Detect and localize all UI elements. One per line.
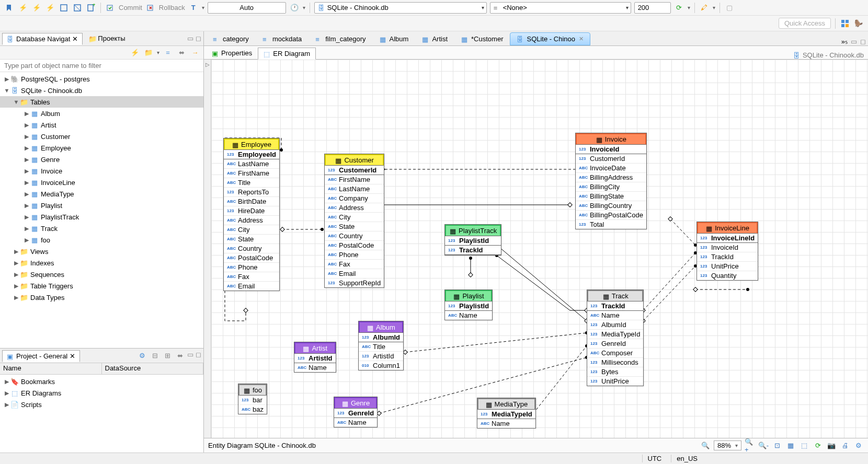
editor-tab[interactable]: ▦Artist — [415, 32, 454, 45]
search-icon[interactable]: 🔍 — [700, 440, 711, 451]
entity-header[interactable]: ▦Employee — [224, 138, 279, 150]
entity-column[interactable]: 123TrackId — [587, 301, 643, 311]
minimize-icon[interactable]: ▭ — [187, 351, 193, 361]
entity-column[interactable]: ABCEmail — [224, 282, 279, 291]
entity-column[interactable]: 123ReportsTo — [224, 188, 279, 197]
entity-track[interactable]: ▦Track 123TrackIdABCName123AlbumId123Med… — [587, 289, 644, 386]
print-icon[interactable]: 🖨 — [840, 440, 850, 451]
expand-icon[interactable]: ⊞ — [162, 351, 173, 361]
entity-column[interactable]: ABCCity — [224, 225, 279, 235]
entity-playlisttrack[interactable]: ▦PlaylistTrack 123PlaylistId123TrackId — [444, 224, 501, 256]
gear-icon[interactable]: ⚙ — [137, 351, 147, 361]
tree-node-table[interactable]: ▶▦Invoice — [0, 165, 203, 177]
entity-mediatype[interactable]: ▦MediaType 123MediaTypeIdABCName — [477, 398, 536, 428]
gear-icon[interactable]: ⚙ — [853, 440, 864, 451]
entity-column[interactable]: 123CustomerId — [325, 166, 384, 175]
zoom-out-icon[interactable]: 🔍- — [758, 440, 769, 451]
entity-column[interactable]: ABCPostalCode — [325, 241, 384, 250]
entity-column[interactable]: ABCBillingAddress — [576, 173, 646, 182]
project-item[interactable]: ▶⬚ER Diagrams — [0, 387, 203, 399]
editor-tab[interactable]: ≡mockdata — [256, 32, 309, 45]
tree-node-indexes[interactable]: ▶📁Indexes — [0, 257, 203, 269]
entity-column[interactable]: ABCBillingState — [576, 192, 646, 201]
entity-genre[interactable]: ▦Genre 123GenreIdABCName — [334, 397, 378, 427]
entity-column[interactable]: 123GenreId — [334, 409, 377, 418]
entity-column[interactable]: 123Milliseconds — [587, 358, 643, 367]
entity-header[interactable]: ▦Genre — [334, 397, 377, 409]
tree-node-views[interactable]: ▶📁Views — [0, 246, 203, 257]
entity-column[interactable]: 123Quantity — [697, 271, 758, 280]
entity-column[interactable]: 123InvoiceLineId — [697, 234, 758, 243]
tree-node-table[interactable]: ▶▦foo — [0, 234, 203, 246]
entity-column[interactable]: ABCBillingPostalCode — [576, 211, 646, 220]
entity-column[interactable]: 123UnitPrice — [587, 377, 643, 386]
link-icon[interactable]: ⬌ — [176, 48, 187, 58]
entity-column[interactable]: 123AlbumId — [587, 320, 643, 330]
highlight-icon[interactable]: 🖍 — [699, 3, 710, 13]
entity-column[interactable]: ABCCity — [325, 213, 384, 222]
entity-column[interactable]: 123MediaTypeId — [477, 410, 535, 419]
entity-column[interactable]: ABCPostalCode — [224, 253, 279, 263]
plug-icon[interactable]: ⚡ — [130, 48, 140, 58]
more-tabs[interactable]: »₅ — [841, 38, 848, 45]
entity-artist[interactable]: ▦Artist 123ArtistIdABCName — [294, 342, 336, 373]
tree-node-sqlite[interactable]: ▼🗄SQLite - Chinook.db — [0, 85, 203, 96]
editor-tab[interactable]: 🗄SQLite - Chinoo✕ — [510, 32, 590, 45]
er-diagram-canvas[interactable]: ▷ — [204, 60, 868, 438]
sql-script-icon[interactable] — [72, 3, 83, 13]
entity-header[interactable]: ▦InvoiceLine — [697, 222, 758, 234]
editor-tab[interactable]: ▦*Customer — [454, 32, 510, 45]
entity-column[interactable]: 123PlaylistId — [445, 236, 501, 246]
layout-icon[interactable]: ⬚ — [799, 440, 809, 451]
filter-input[interactable] — [0, 60, 203, 72]
equals-icon[interactable]: = — [163, 48, 173, 58]
tree-node-table[interactable]: ▶▦MediaType — [0, 188, 203, 200]
entity-column[interactable]: ABCCompany — [325, 194, 384, 203]
entity-column[interactable]: ABCBillingCity — [576, 182, 646, 192]
link-icon[interactable]: ⬌ — [175, 351, 185, 361]
entity-column[interactable]: ABCName — [294, 363, 336, 372]
collapse-icon[interactable]: ⊟ — [150, 351, 160, 361]
entity-column[interactable]: 123TrackId — [697, 252, 758, 262]
entity-header[interactable]: ▦MediaType — [477, 398, 535, 410]
entity-column[interactable]: 123InvoiceId — [697, 243, 758, 252]
tab-projects[interactable]: 📁 Проекты — [84, 32, 130, 44]
entity-column[interactable]: 123TrackId — [445, 246, 501, 255]
entity-header[interactable]: ▦Artist — [294, 342, 336, 354]
entity-column[interactable]: 123UnitPrice — [697, 262, 758, 271]
entity-column[interactable]: ABCInvoiceDate — [576, 164, 646, 173]
tree-node-table[interactable]: ▶▦Artist — [0, 119, 203, 131]
entity-header[interactable]: ▦foo — [238, 384, 267, 396]
entity-column[interactable]: ABCLastName — [325, 184, 384, 194]
entity-customer[interactable]: ▦Customer 123CustomerIdABCFirstNameABCLa… — [324, 154, 384, 288]
entity-header[interactable]: ▦PlaylistTrack — [445, 225, 501, 236]
entity-header[interactable]: ▦Playlist — [445, 290, 492, 301]
entity-column[interactable]: 123ArtistId — [294, 354, 336, 363]
entity-column[interactable]: ABCName — [334, 418, 377, 427]
entity-column[interactable]: ABCFax — [325, 260, 384, 269]
entity-column[interactable]: 123Bytes — [587, 367, 643, 377]
tree-node-table[interactable]: ▶▦PlaylistTrack — [0, 211, 203, 223]
connection-combo[interactable]: 🗄 SQLite - Chinook.db ▾ — [314, 2, 487, 14]
project-item[interactable]: ▶🔖Bookmarks — [0, 376, 203, 387]
entity-column[interactable]: ABCComposer — [587, 349, 643, 358]
tx-icon[interactable]: T — [188, 3, 199, 13]
tab-db-navigator[interactable]: 🗄 Database Navigat ✕ — [2, 33, 83, 45]
entity-column[interactable]: ABCCountry — [325, 231, 384, 241]
new-folder-icon[interactable]: 📁 — [143, 48, 154, 58]
tree-node-table[interactable]: ▶▦Track — [0, 223, 203, 234]
entity-invoice[interactable]: ▦Invoice 123InvoiceId123CustomerIdABCInv… — [575, 133, 647, 229]
tree-node-table[interactable]: ▶▦Album — [0, 108, 203, 119]
grid-icon[interactable]: ▦ — [785, 440, 796, 451]
zoom-combo[interactable]: 88% ▾ — [714, 440, 741, 450]
entity-column[interactable]: 123EmployeeId — [224, 150, 279, 159]
entity-column[interactable]: ABCBillingCountry — [576, 201, 646, 211]
entity-column[interactable]: ABCPhone — [325, 250, 384, 260]
commit-button[interactable]: Commit — [119, 4, 142, 11]
entity-playlist[interactable]: ▦Playlist 123PlaylistIdABCName — [444, 289, 493, 320]
entity-header[interactable]: ▦Album — [359, 321, 403, 333]
entity-column[interactable]: ABCbaz — [238, 405, 267, 414]
entity-column[interactable]: ABCName — [445, 311, 492, 320]
plug-connect-icon[interactable]: ⚡ — [18, 3, 28, 13]
minimize-icon[interactable]: ▭ — [187, 34, 193, 42]
